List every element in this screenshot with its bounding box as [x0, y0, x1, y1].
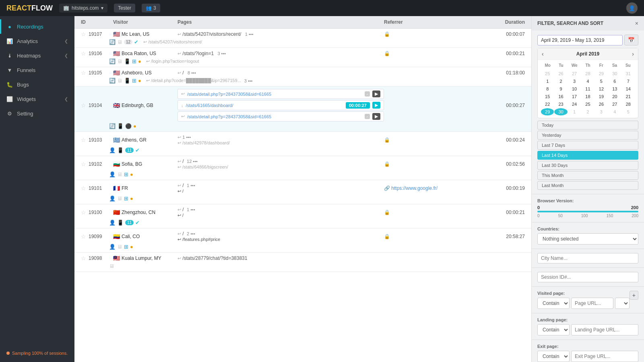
cal-day[interactable]: 1	[568, 108, 581, 115]
cal-day[interactable]: 16	[554, 93, 567, 100]
star-icon[interactable]: ☆	[81, 137, 86, 143]
sidebar-item-funnels[interactable]: ▼ Funnels	[0, 63, 74, 77]
countries-select[interactable]: Nothing selected	[537, 233, 638, 245]
cal-day[interactable]: 28	[581, 70, 594, 77]
sidebar-item-widgets[interactable]: ⬜ Widgets ❮	[0, 92, 74, 106]
last7-button[interactable]: Last 7 Days	[537, 141, 638, 150]
cal-day[interactable]: 3	[568, 78, 581, 85]
cal-day[interactable]: 4	[608, 108, 621, 115]
browser-version-slider[interactable]	[537, 211, 638, 212]
city-input[interactable]	[537, 253, 638, 263]
visited-page-url-input[interactable]	[571, 298, 613, 309]
table-row[interactable]: ☆ 19105 🇺🇸 Asheboro, US ↩ / 8 ••• 01:18:…	[74, 67, 531, 86]
cal-day[interactable]: 12	[595, 85, 608, 93]
cal-day[interactable]: 25	[541, 70, 554, 77]
cal-day[interactable]: 22	[541, 101, 554, 108]
visited-page-flag-select[interactable]: -&	[615, 298, 630, 309]
cal-day[interactable]: 25	[581, 101, 594, 108]
sidebar-item-bugs[interactable]: 🐛 Bugs	[0, 77, 74, 92]
landing-page-operator-select[interactable]: Contains	[537, 324, 570, 335]
table-row[interactable]: ☆ 19100 🇨🇳 Zhengzhou, CN ↩ / 1 ••• ↩ / 🔒…	[74, 204, 531, 228]
filter-close-button[interactable]: ×	[635, 20, 638, 27]
cal-day[interactable]: 2	[581, 108, 594, 115]
play-button-2[interactable]: ▶	[372, 113, 380, 120]
last-month-button[interactable]: Last Month	[537, 181, 638, 190]
last14-button[interactable]: Last 14 Days	[537, 151, 638, 160]
cal-day[interactable]: 8	[541, 85, 554, 93]
cal-day[interactable]: 7	[622, 78, 635, 85]
landing-page-url-input[interactable]	[571, 324, 638, 335]
exit-page-operator-select[interactable]: Contains	[537, 351, 570, 362]
cal-day[interactable]: 17	[568, 93, 581, 100]
table-row[interactable]: ☆ 19102 🇧🇬 Sofia, BG ↩ / 12 ••• ↩ /stats…	[74, 156, 531, 180]
sidebar-item-analytics[interactable]: 📊 Analytics ❮	[0, 34, 74, 48]
cal-day[interactable]: 15	[541, 93, 554, 100]
table-row[interactable]: ☆ 19104 🇬🇧 Edinburgh, GB ↩ /stats/detail…	[74, 86, 531, 132]
user-avatar[interactable]: 👤	[626, 2, 638, 14]
cal-day[interactable]: 26	[595, 101, 608, 108]
cal-day[interactable]: 20	[608, 93, 621, 100]
today-button[interactable]: Today	[537, 121, 638, 130]
table-row[interactable]: ☆ 19103 🇬🇷 Athens, GR ↩ 1 ••• ↩ /stats/4…	[74, 132, 531, 156]
star-icon[interactable]: ☆	[81, 185, 86, 191]
cal-day[interactable]: 5	[622, 108, 635, 115]
cal-day[interactable]: 19	[595, 93, 608, 100]
sidebar-item-recordings[interactable]: ● Recordings	[0, 19, 74, 34]
session-input[interactable]	[537, 272, 638, 282]
cal-day[interactable]: 3	[595, 108, 608, 115]
prev-month-button[interactable]: ‹	[542, 51, 544, 57]
star-icon[interactable]: ☆	[81, 209, 86, 216]
table-row[interactable]: ☆ 19107 🇺🇸 Mc Lean, US ↩ /stats/54207/vi…	[74, 29, 531, 48]
cal-day[interactable]: 5	[595, 78, 608, 85]
calendar-toggle-button[interactable]: 📅	[624, 35, 638, 45]
table-row[interactable]: ☆ 19101 🇫🇷 FR ↩ / 1 ••• ↩ / 🔗 https://ww…	[74, 180, 531, 204]
table-row[interactable]: ☆ 19106 🇺🇸 Boca Raton, US ↩ /stats/?logi…	[74, 48, 531, 67]
visited-page-operator-select[interactable]: Contains	[537, 298, 570, 309]
table-row[interactable]: ☆ 19098 🇲🇾 Kuala Lumpur, MY ↩ /stats/287…	[74, 253, 531, 272]
cal-day[interactable]: 9	[554, 85, 567, 93]
next-month-button[interactable]: ›	[632, 51, 634, 57]
cal-day[interactable]: 10	[568, 85, 581, 93]
cal-day[interactable]: 26	[554, 70, 567, 77]
referrer-link[interactable]: 🔗 https://www.google.fr/	[384, 185, 485, 191]
cal-day[interactable]: 29	[595, 70, 608, 77]
sidebar-item-setting[interactable]: ⚙ Setting	[0, 106, 74, 121]
cal-day[interactable]: 28	[622, 101, 635, 108]
last30-button[interactable]: Last 30 Days	[537, 161, 638, 170]
cal-day-today[interactable]: 30	[554, 108, 567, 115]
cal-day[interactable]: 27	[568, 70, 581, 77]
cal-day[interactable]: 31	[622, 70, 635, 77]
star-icon[interactable]: ☆	[81, 50, 86, 57]
star-icon[interactable]: ☆	[81, 255, 86, 261]
play-button[interactable]: ▶	[372, 102, 380, 109]
this-month-button[interactable]: This Month	[537, 171, 638, 180]
cal-day-selected[interactable]: 29	[541, 108, 554, 115]
cal-day[interactable]: 27	[608, 101, 621, 108]
minus-btn-2[interactable]: -	[365, 114, 370, 119]
cal-day[interactable]: 11	[581, 85, 594, 93]
star-icon[interactable]: ☆	[81, 161, 86, 167]
minus-btn[interactable]: -	[365, 91, 370, 97]
play-button[interactable]: ▶	[372, 90, 380, 97]
sidebar-item-heatmaps[interactable]: 🌡 Heatmaps ❮	[0, 48, 74, 63]
visited-page-add-button[interactable]: +	[630, 291, 638, 300]
cal-day[interactable]: 4	[581, 78, 594, 85]
date-range-input[interactable]	[537, 35, 623, 45]
star-icon[interactable]: ☆	[81, 233, 86, 240]
cal-day[interactable]: 13	[608, 85, 621, 93]
cal-day[interactable]: 30	[608, 70, 621, 77]
exit-page-url-input[interactable]	[571, 351, 638, 362]
table-row[interactable]: ☆ 19099 🇨🇴 Cali, CO ↩ / 2 ••• ↩ /feature…	[74, 228, 531, 253]
cal-day[interactable]: 2	[554, 78, 567, 85]
yesterday-button[interactable]: Yesterday	[537, 131, 638, 140]
cal-day[interactable]: 24	[568, 101, 581, 108]
cal-day[interactable]: 23	[554, 101, 567, 108]
cal-day[interactable]: 1	[541, 78, 554, 85]
cal-day[interactable]: 6	[608, 78, 621, 85]
cal-day[interactable]: 18	[581, 93, 594, 100]
cal-day[interactable]: 14	[622, 85, 635, 93]
star-icon[interactable]: ☆	[81, 70, 86, 76]
cal-day[interactable]: 21	[622, 93, 635, 100]
star-icon[interactable]: ☆	[81, 31, 86, 37]
site-selector[interactable]: 🏢 hitsteps.com ▾	[59, 4, 107, 12]
